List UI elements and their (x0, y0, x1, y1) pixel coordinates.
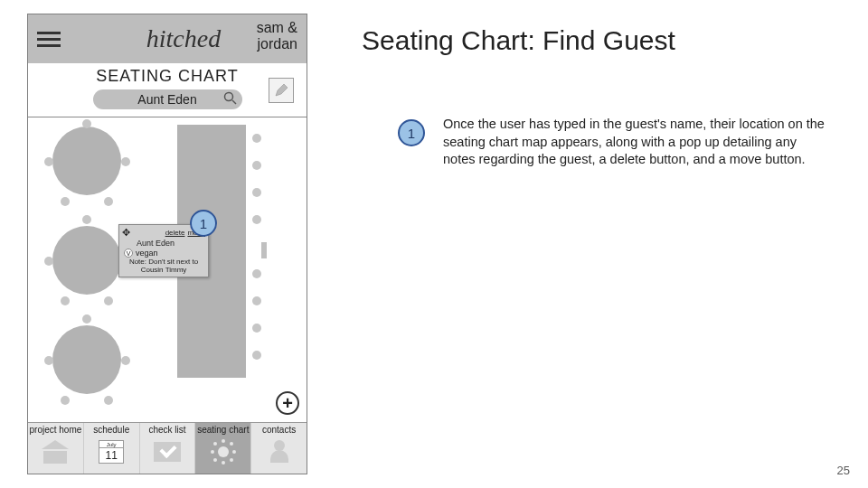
svg-line-1 (232, 100, 236, 104)
nav-seating-chart[interactable]: seating chart (195, 423, 251, 474)
seat[interactable] (121, 157, 130, 166)
menu-icon[interactable] (37, 32, 61, 47)
calendar-icon: July11 (96, 436, 127, 467)
page-number: 25 (837, 464, 850, 477)
drag-icon[interactable]: ✥ (122, 227, 128, 239)
seating-map[interactable]: ✥ delete move Aunt Eden V vegan Note: Do… (28, 117, 307, 422)
nav-label: contacts (262, 425, 296, 435)
seat[interactable] (61, 197, 70, 206)
seat[interactable] (252, 324, 261, 333)
bottom-nav: project home schedule July11 check list … (28, 422, 307, 474)
seat[interactable] (252, 351, 261, 360)
diet-label: vegan (136, 249, 158, 258)
page-title: SEATING CHART (28, 67, 307, 86)
edit-button[interactable] (269, 78, 294, 103)
search-icon[interactable] (223, 91, 238, 108)
seat[interactable] (252, 161, 261, 170)
nav-contacts[interactable]: contacts (251, 423, 307, 474)
seat[interactable] (121, 356, 130, 365)
add-button[interactable]: + (276, 391, 299, 415)
nav-schedule[interactable]: schedule July11 (84, 423, 140, 474)
seat[interactable] (104, 296, 113, 305)
cal-day: 11 (99, 448, 123, 463)
svg-point-0 (224, 93, 232, 101)
seat[interactable] (44, 356, 53, 365)
seat[interactable] (252, 215, 261, 224)
nav-label: schedule (93, 425, 129, 435)
app-header: hitched sam & jordan (28, 14, 307, 63)
seat[interactable] (82, 314, 91, 324)
popup-guest-name: Aunt Eden (137, 239, 205, 248)
seat[interactable] (104, 396, 113, 405)
seat[interactable] (252, 188, 261, 197)
couple-line1: sam & (257, 20, 297, 36)
seat[interactable] (252, 134, 261, 143)
seat[interactable] (252, 296, 261, 305)
couple-line2: jordan (257, 36, 297, 52)
seat[interactable] (44, 157, 53, 166)
seat[interactable] (252, 269, 261, 278)
round-table[interactable] (52, 226, 121, 295)
seat[interactable] (82, 215, 91, 224)
search-input[interactable]: Aunt Eden (93, 89, 242, 109)
phone-frame: hitched sam & jordan SEATING CHART Aunt … (27, 14, 307, 474)
subheader: SEATING CHART Aunt Eden (28, 63, 307, 117)
diet-badge: V (124, 249, 133, 258)
nav-checklist[interactable]: check list (140, 423, 196, 474)
scroll-handle[interactable] (261, 242, 267, 258)
annotation-text-1: Once the user has typed in the guest's n… (443, 116, 832, 169)
round-table[interactable] (52, 127, 121, 195)
search-value: Aunt Eden (137, 92, 196, 107)
nav-label: check list (148, 425, 185, 435)
nav-label: seating chart (197, 425, 249, 435)
nav-project-home[interactable]: project home (28, 423, 84, 474)
seat[interactable] (44, 257, 53, 266)
seat[interactable] (61, 396, 70, 405)
contact-icon (264, 436, 295, 467)
nav-label: project home (29, 425, 81, 435)
slide-title: Seating Chart: Find Guest (362, 25, 675, 56)
couple-names: sam & jordan (257, 20, 297, 52)
seating-icon (208, 436, 239, 467)
round-table[interactable] (52, 325, 121, 394)
popup-note: Note: Don't sit next to Cousin Timmy (122, 258, 205, 275)
check-icon (152, 436, 183, 467)
annotation-marker-on-map: 1 (190, 210, 217, 237)
cal-month: July (99, 441, 123, 448)
delete-button[interactable]: delete (165, 229, 185, 237)
seat[interactable] (104, 197, 113, 206)
seat[interactable] (82, 119, 91, 128)
annotation-marker-1: 1 (398, 119, 425, 146)
seat[interactable] (61, 296, 70, 305)
home-icon (40, 436, 71, 467)
